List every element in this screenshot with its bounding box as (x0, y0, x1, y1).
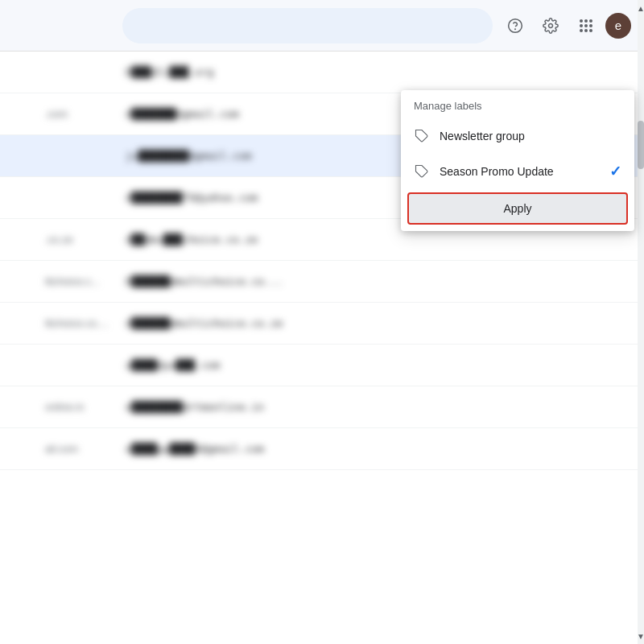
search-area[interactable] (122, 8, 493, 43)
help-icon[interactable] (499, 10, 531, 42)
label-shape-icon (414, 128, 430, 144)
header: e (0, 0, 644, 52)
contact-row[interactable]: ltichoice.c...D██████@multichoice.co... (0, 261, 638, 303)
dropdown-title: Manage labels (401, 90, 634, 118)
settings-icon[interactable] (535, 10, 567, 42)
contact-email: d████████75@yahoo.com (126, 192, 258, 204)
check-icon: ✓ (609, 163, 621, 180)
contact-email: d███████@gmail.com (126, 108, 239, 120)
contact-domain: ail.com (45, 443, 126, 455)
label-shape-icon-2 (414, 163, 430, 180)
contact-email: d██@mu███choice.co.ze (126, 233, 258, 246)
scrollbar-track: ▲ ▼ (638, 0, 644, 644)
apply-button[interactable]: Apply (407, 192, 628, 225)
contact-domain: .com (45, 108, 126, 120)
apps-icon[interactable] (570, 10, 602, 42)
contact-domain: ltichoice.co.... (45, 317, 126, 329)
contact-row[interactable]: ail.come████pp████4@gmail.com (0, 428, 638, 470)
contact-row[interactable]: D███@li███.org (0, 52, 638, 93)
user-avatar[interactable]: e (605, 13, 631, 39)
newsletter-group-item[interactable]: Newsletter group (401, 118, 634, 154)
contact-email: a████@ya███.com (126, 359, 220, 371)
contact-row[interactable]: online.ine████████@rtmonline.in (0, 386, 638, 428)
svg-point-0 (509, 19, 522, 32)
grid-icon (580, 19, 592, 32)
season-promo-item[interactable]: Season Promo Update ✓ (401, 154, 634, 189)
contact-email: D██████@multichoice.co... (126, 275, 283, 287)
contact-email: D███@li███.org (126, 66, 214, 78)
scrollbar-thumb[interactable] (638, 121, 644, 169)
svg-point-2 (549, 23, 553, 27)
contact-email: d██████@multichoice.co.ze (126, 317, 283, 329)
newsletter-group-label: Newsletter group (440, 130, 621, 142)
contact-domain: online.in (45, 401, 126, 413)
contact-email: e████████@rtmonline.in (126, 401, 264, 413)
season-promo-label: Season Promo Update (440, 165, 600, 178)
contact-domain: ltichoice.c... (45, 275, 126, 287)
header-icons: e (499, 10, 631, 42)
manage-labels-dropdown: Manage labels Newsletter group Season Pr… (401, 90, 634, 231)
contact-email: ju████████@gmail.com (126, 150, 252, 162)
scroll-down-arrow[interactable]: ▼ (638, 628, 644, 644)
contact-email: e████pp████4@gmail.com (126, 443, 264, 455)
scroll-up-arrow[interactable]: ▲ (638, 0, 644, 16)
contact-row[interactable]: a████@ya███.com (0, 345, 638, 386)
contact-domain: .co.ze (45, 233, 126, 246)
contact-row[interactable]: ltichoice.co....d██████@multichoice.co.z… (0, 303, 638, 345)
